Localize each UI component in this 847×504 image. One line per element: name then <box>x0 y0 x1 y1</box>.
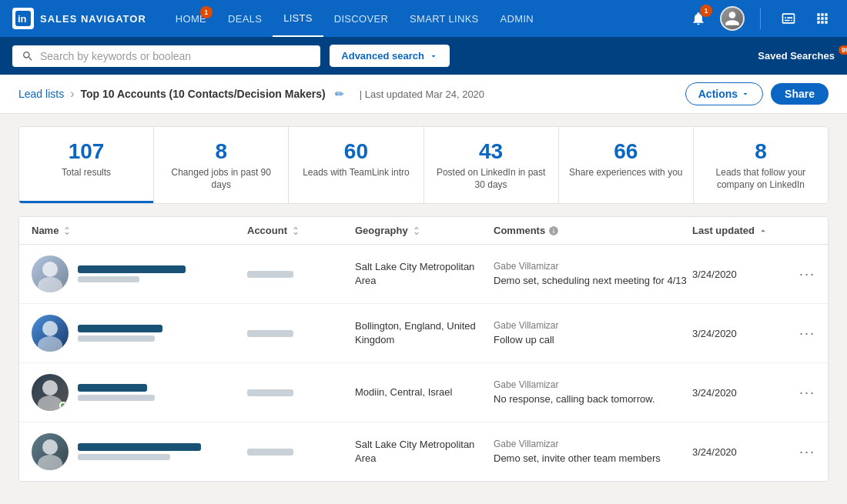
share-button[interactable]: Share <box>771 83 829 105</box>
more-options-4[interactable]: ··· <box>785 444 815 460</box>
stat-posted-number: 43 <box>434 139 549 164</box>
breadcrumb-current: Top 10 Accounts (10 Contacts/Decision Ma… <box>80 88 325 100</box>
profile-card-btn[interactable] <box>776 6 801 31</box>
table-row: Bollington, England, United Kingdom Gabe… <box>19 304 828 363</box>
grid-icon <box>815 11 830 26</box>
geography-sort-icon <box>411 225 422 236</box>
avatar-4[interactable] <box>32 433 69 470</box>
comment-author-4: Gabe Villamizar <box>494 439 692 449</box>
account-cell-1 <box>247 271 355 278</box>
advanced-search-button[interactable]: Advanced search <box>330 45 450 67</box>
svg-point-5 <box>38 336 62 352</box>
avatar-3[interactable] <box>32 374 69 411</box>
search-input-wrap[interactable] <box>12 45 320 67</box>
stat-changed-jobs-number: 8 <box>163 139 279 164</box>
more-options-3[interactable]: ··· <box>785 385 815 401</box>
svg-point-8 <box>42 439 58 455</box>
chevron-down-icon <box>429 52 438 61</box>
date-2: 3/24/2020 <box>692 328 785 339</box>
avatar-person-icon <box>32 433 69 470</box>
home-badge: 1 <box>200 6 213 18</box>
geography-cell-1: Salt Lake City Metropolitan Area <box>355 260 494 288</box>
actions-button[interactable]: Actions <box>685 82 763 105</box>
comments-info-icon <box>548 225 559 236</box>
stat-share-exp[interactable]: 66 Share experiences with you <box>559 127 694 203</box>
breadcrumb: Lead lists › Top 10 Accounts (10 Contact… <box>18 87 484 101</box>
comment-cell-2: Gabe Villamizar Follow up call <box>494 320 692 347</box>
saved-searches-button[interactable]: Saved Searches 99+ <box>758 50 835 62</box>
svg-point-6 <box>42 380 58 396</box>
nav-smart-links[interactable]: SMART LINKS <box>399 0 490 37</box>
results-table: Name Account Geography Comments Last upd… <box>18 216 829 482</box>
comment-cell-4: Gabe Villamizar Demo set, invite other t… <box>494 439 692 466</box>
comment-author-2: Gabe Villamizar <box>494 320 692 331</box>
person-cell-2 <box>32 315 247 352</box>
nav-discover[interactable]: DISCOVER <box>323 0 399 37</box>
stat-posted-label: Posted on LinkedIn in past 30 days <box>434 167 549 191</box>
breadcrumb-parent[interactable]: Lead lists <box>18 88 64 100</box>
stat-teamlink-label: Leads with TeamLink intro <box>298 167 413 179</box>
table-row: Modiin, Central, Israel Gabe Villamizar … <box>19 363 828 422</box>
col-account[interactable]: Account <box>247 225 355 236</box>
comment-cell-3: Gabe Villamizar No response, calling bac… <box>494 379 692 406</box>
brand-name: SALES NAVIGATOR <box>40 13 146 25</box>
breadcrumb-separator: › <box>70 87 74 101</box>
svg-text:in: in <box>18 13 27 25</box>
user-avatar[interactable] <box>720 6 745 31</box>
stat-total-label: Total results <box>28 167 144 179</box>
table-header: Name Account Geography Comments Last upd… <box>19 217 828 245</box>
col-geography[interactable]: Geography <box>355 225 494 236</box>
stat-changed-jobs[interactable]: 8 Changed jobs in past 90 days <box>154 127 289 203</box>
stat-share-exp-label: Share experiences with you <box>568 167 684 179</box>
comment-text-4: Demo set, invite other team members <box>494 452 692 466</box>
nav-home[interactable]: HOME 1 <box>165 0 217 37</box>
stat-share-exp-number: 66 <box>568 139 684 164</box>
nav-admin[interactable]: ADMIN <box>490 0 544 37</box>
main-content: 107 Total results 8 Changed jobs in past… <box>0 114 847 494</box>
top-nav: in SALES NAVIGATOR HOME 1 DEALS LISTS DI… <box>0 0 847 37</box>
svg-point-3 <box>38 277 62 292</box>
stats-card: 107 Total results 8 Changed jobs in past… <box>18 126 829 204</box>
actions-chevron-icon <box>741 89 750 98</box>
breadcrumb-edit-icon[interactable]: ✏ <box>335 88 344 100</box>
stat-posted[interactable]: 43 Posted on LinkedIn in past 30 days <box>424 127 559 203</box>
account-cell-4 <box>247 449 355 456</box>
stat-total[interactable]: 107 Total results <box>19 127 154 203</box>
geography-cell-2: Bollington, England, United Kingdom <box>355 319 494 347</box>
search-icon <box>22 50 34 62</box>
online-indicator <box>59 402 67 409</box>
avatar-2[interactable] <box>32 315 69 352</box>
avatar-icon <box>724 10 741 27</box>
name-bar-4 <box>78 443 201 451</box>
nav-deals[interactable]: DEALS <box>217 0 273 37</box>
notification-badge: 1 <box>700 5 712 17</box>
more-options-2[interactable]: ··· <box>785 325 815 342</box>
stat-followers-number: 8 <box>703 139 819 164</box>
geography-cell-3: Modiin, Central, Israel <box>355 386 494 399</box>
more-options-1[interactable]: ··· <box>785 266 815 282</box>
comment-text-3: No response, calling back tomorrow. <box>494 392 692 406</box>
stat-changed-jobs-label: Changed jobs in past 90 days <box>163 167 279 191</box>
nav-lists[interactable]: LISTS <box>273 0 323 37</box>
search-input[interactable] <box>40 50 311 62</box>
nav-right: 1 <box>686 6 835 31</box>
col-name[interactable]: Name <box>32 225 247 236</box>
comment-author-1: Gabe Villamizar <box>494 261 692 272</box>
linkedin-logo-icon: in <box>15 11 31 26</box>
col-last-updated[interactable]: Last updated <box>692 225 785 236</box>
account-cell-2 <box>247 330 355 337</box>
avatar-person-icon <box>32 315 69 352</box>
comment-text-1: Demo set, scheduling next meeting for 4/… <box>494 274 692 288</box>
stat-teamlink[interactable]: 60 Leads with TeamLink intro <box>289 127 424 203</box>
date-3: 3/24/2020 <box>692 387 785 399</box>
date-4: 3/24/2020 <box>692 446 785 458</box>
notification-btn[interactable]: 1 <box>686 6 711 31</box>
nav-divider <box>760 8 761 29</box>
breadcrumb-updated: | Last updated Mar 24, 2020 <box>360 88 484 100</box>
grid-btn[interactable] <box>810 6 835 31</box>
name-bar-3 <box>78 384 147 392</box>
avatar-1[interactable] <box>32 255 69 292</box>
stat-followers[interactable]: 8 Leads that follow your company on Link… <box>694 127 828 203</box>
card-icon <box>781 11 796 26</box>
sub-bar-1 <box>78 276 139 282</box>
